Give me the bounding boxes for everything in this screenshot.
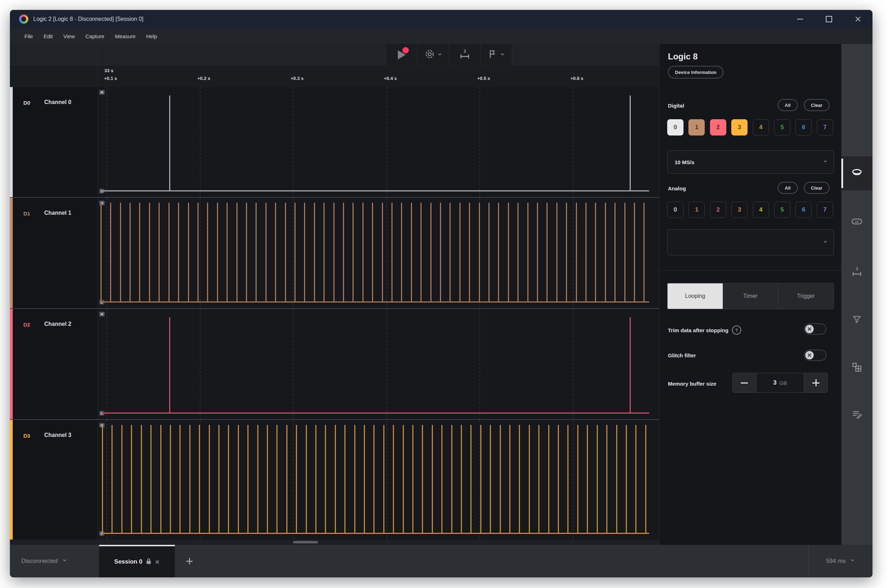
high-level-marker: H xyxy=(99,90,105,95)
ruler-tick-label: +0.4 s xyxy=(384,76,397,81)
time-gridline xyxy=(200,309,200,419)
svg-text:1F: 1F xyxy=(855,220,859,224)
analog-sample-rate-select[interactable] xyxy=(667,229,834,255)
menu-item-edit[interactable]: Edit xyxy=(38,33,58,39)
extensions-icon xyxy=(851,362,863,374)
channel-row-d3[interactable]: D3Channel 3HL xyxy=(10,420,659,540)
analog-clear-button[interactable]: Clear xyxy=(804,182,830,194)
signal-pulse xyxy=(296,425,297,534)
sidebar-item-measurements[interactable]: 3 xyxy=(841,255,872,290)
device-status-dropdown[interactable]: Disconnected xyxy=(21,545,67,578)
panel-divider xyxy=(659,270,842,271)
digital-sample-rate-select[interactable]: 10 MS/s xyxy=(667,150,834,174)
ruler-origin-label: 33 s xyxy=(104,68,113,73)
capture-toolbar: 3 xyxy=(386,44,512,66)
help-icon[interactable]: ? xyxy=(732,326,741,334)
signal-pulse xyxy=(432,425,433,534)
signal-pulse xyxy=(139,203,140,303)
analog-channel-1-chip[interactable]: 1 xyxy=(689,202,705,218)
analog-channel-5-chip[interactable]: 5 xyxy=(774,202,790,218)
signal-pulse xyxy=(645,425,646,534)
sidebar-item-device[interactable] xyxy=(841,156,872,190)
signal-pulse xyxy=(335,425,336,534)
channel-waveform[interactable]: HL xyxy=(98,309,659,419)
digital-channel-3-chip[interactable]: 3 xyxy=(731,119,747,135)
minimize-button[interactable] xyxy=(785,10,815,28)
tab-trigger[interactable]: Trigger xyxy=(778,284,833,309)
signal-pulse xyxy=(246,203,247,303)
annotations-flag-button[interactable] xyxy=(481,44,512,66)
signal-pulse xyxy=(227,203,228,303)
trim-data-toggle[interactable] xyxy=(804,323,827,334)
signal-pulse xyxy=(440,203,441,303)
analog-all-button[interactable]: All xyxy=(777,182,798,194)
annotations-icon xyxy=(852,314,862,326)
digital-channel-2-chip[interactable]: 2 xyxy=(710,119,726,135)
memory-decrease-button[interactable] xyxy=(733,373,756,392)
analog-channel-3-chip[interactable]: 3 xyxy=(731,202,747,218)
signal-pulse xyxy=(343,203,344,303)
digital-channel-7-chip[interactable]: 7 xyxy=(817,119,833,135)
svg-text:3: 3 xyxy=(856,266,858,272)
signal-pulse xyxy=(614,203,615,303)
menu-item-capture[interactable]: Capture xyxy=(80,33,110,39)
horizontal-scrollbar-track[interactable] xyxy=(10,540,659,545)
glitch-filter-toggle[interactable] xyxy=(804,350,827,361)
analog-channel-4-chip[interactable]: 4 xyxy=(753,202,769,218)
capture-duration-dropdown[interactable]: 594 ms xyxy=(808,545,872,578)
digital-all-button[interactable]: All xyxy=(777,99,798,111)
signal-pulse xyxy=(557,203,557,303)
digital-channel-4-chip[interactable]: 4 xyxy=(753,119,769,135)
analog-channel-2-chip[interactable]: 2 xyxy=(710,202,726,218)
tab-looping[interactable]: Looping xyxy=(668,284,723,309)
session-tab[interactable]: Session 0 xyxy=(99,545,175,578)
signal-pulse xyxy=(188,203,189,303)
channel-waveform[interactable]: HL xyxy=(98,420,659,540)
horizontal-scrollbar-thumb[interactable] xyxy=(293,541,318,543)
signal-pulse xyxy=(490,425,491,534)
menu-item-view[interactable]: View xyxy=(58,33,80,39)
time-gridline xyxy=(387,420,387,540)
maximize-button[interactable] xyxy=(815,10,843,28)
channel-row-d2[interactable]: D2Channel 2HL xyxy=(10,309,659,419)
analog-channel-6-chip[interactable]: 6 xyxy=(795,202,812,218)
digital-channel-6-chip[interactable]: 6 xyxy=(795,119,812,135)
digital-channel-1-chip[interactable]: 1 xyxy=(689,119,705,135)
signal-baseline xyxy=(102,533,649,534)
sidebar-item-annotations[interactable] xyxy=(841,303,872,337)
signal-pulse xyxy=(587,425,588,534)
start-capture-button[interactable] xyxy=(386,44,417,66)
close-button[interactable] xyxy=(843,10,872,28)
time-gridline xyxy=(200,198,200,308)
analog-channel-7-chip[interactable]: 7 xyxy=(817,202,833,218)
memory-increase-button[interactable] xyxy=(804,373,827,392)
signal-pulse xyxy=(150,425,152,534)
channel-row-d0[interactable]: D0Channel 0HL xyxy=(10,87,659,197)
time-ruler[interactable]: 33 s +0.1 s+0.2 s+0.3 s+0.4 s+0.5 s+0.6 … xyxy=(10,66,659,87)
time-gridline xyxy=(293,309,293,419)
measure-tool-button[interactable]: 3 xyxy=(449,44,480,66)
sidebar-item-extensions[interactable] xyxy=(841,351,872,385)
device-information-button[interactable]: Device Information xyxy=(668,66,723,78)
channel-row-d1[interactable]: D1Channel 1HL xyxy=(10,198,659,308)
sidebar-item-notes[interactable] xyxy=(841,398,872,432)
memory-value-field[interactable]: 3 GB xyxy=(756,373,804,392)
channel-name-label: Channel 3 xyxy=(44,432,71,438)
signal-pulse xyxy=(149,203,150,303)
menu-item-measure[interactable]: Measure xyxy=(110,33,141,39)
menu-item-file[interactable]: File xyxy=(19,33,38,39)
menu-item-help[interactable]: Help xyxy=(141,33,162,39)
measurements-icon: 3 xyxy=(851,266,863,279)
ruler-tick-label: +0.6 s xyxy=(570,76,584,81)
digital-channel-0-chip[interactable]: 0 xyxy=(667,119,683,135)
channel-waveform[interactable]: HL xyxy=(98,87,659,197)
analog-channel-0-chip[interactable]: 0 xyxy=(667,202,683,218)
new-session-button[interactable] xyxy=(186,545,192,578)
tab-close-icon[interactable] xyxy=(155,560,160,564)
sidebar-item-analyzers[interactable]: 1F xyxy=(841,205,872,239)
channel-waveform[interactable]: HL xyxy=(98,198,659,308)
digital-channel-5-chip[interactable]: 5 xyxy=(774,119,790,135)
digital-clear-button[interactable]: Clear xyxy=(804,99,830,111)
tab-timer[interactable]: Timer xyxy=(723,284,778,309)
capture-mode-button[interactable] xyxy=(418,44,449,66)
